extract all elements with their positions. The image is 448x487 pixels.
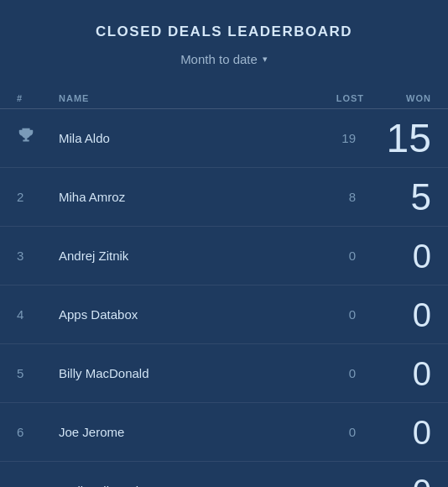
column-name: NAME — [59, 93, 297, 103]
rank-number: 7 — [17, 484, 23, 487]
name-cell: Apps Databox — [59, 307, 297, 322]
lost-cell: 0 — [297, 249, 364, 263]
trophy-icon — [17, 127, 35, 149]
rank-number: 3 — [17, 249, 23, 263]
table-row: 3Andrej Zitnik00 — [0, 227, 448, 285]
column-lost: LOST — [297, 93, 364, 103]
page-title: CLOSED DEALS LEADERBOARD — [17, 24, 431, 40]
rank-number: 4 — [17, 307, 23, 322]
leaderboard-container: CLOSED DEALS LEADERBOARD Month to date ▾… — [0, 0, 448, 487]
won-cell: 0 — [364, 474, 431, 488]
rank-cell: 3 — [17, 249, 59, 263]
table-row: 4Apps Databox00 — [0, 285, 448, 344]
won-cell: 0 — [364, 357, 431, 390]
lost-cell: 0 — [297, 307, 364, 322]
rank-number: 6 — [17, 425, 23, 439]
header: CLOSED DEALS LEADERBOARD Month to date ▾ — [0, 0, 448, 76]
table-row: 7Emily Milosevic00 — [0, 462, 448, 487]
table-row: Mila Aldo1915 — [0, 109, 448, 168]
period-label: Month to date — [180, 52, 258, 66]
lost-cell: 8 — [297, 190, 364, 204]
lost-cell: 19 — [297, 131, 364, 145]
rank-number: 5 — [17, 366, 23, 380]
period-selector[interactable]: Month to date ▾ — [172, 49, 276, 70]
table-row: 6Joe Jerome00 — [0, 403, 448, 462]
name-cell: Mila Aldo — [59, 131, 297, 145]
lost-cell: 0 — [297, 484, 364, 487]
won-cell: 0 — [364, 416, 431, 449]
column-rank: # — [17, 93, 59, 103]
name-cell: Emily Milosevic — [59, 484, 297, 487]
rank-cell — [17, 127, 59, 149]
won-cell: 0 — [364, 239, 431, 273]
name-cell: Billy MacDonald — [59, 366, 297, 380]
won-cell: 0 — [364, 298, 431, 332]
name-cell: Andrej Zitnik — [59, 249, 297, 263]
column-won: WON — [364, 93, 431, 103]
lost-cell: 0 — [297, 366, 364, 380]
table-row: 5Billy MacDonald00 — [0, 344, 448, 403]
rank-cell: 2 — [17, 190, 59, 204]
table-header: # NAME LOST WON — [0, 85, 448, 109]
rank-number: 2 — [17, 190, 23, 204]
won-cell: 15 — [364, 118, 431, 159]
lost-cell: 0 — [297, 425, 364, 439]
name-cell: Joe Jerome — [59, 425, 297, 439]
name-cell: Miha Amroz — [59, 190, 297, 204]
table-row: 2Miha Amroz85 — [0, 168, 448, 227]
rank-cell: 6 — [17, 425, 59, 439]
table-body: Mila Aldo19152Miha Amroz853Andrej Zitnik… — [0, 109, 448, 487]
won-cell: 5 — [364, 179, 431, 216]
rank-cell: 7 — [17, 484, 59, 487]
rank-cell: 4 — [17, 307, 59, 322]
rank-cell: 5 — [17, 366, 59, 380]
chevron-down-icon: ▾ — [263, 54, 268, 65]
